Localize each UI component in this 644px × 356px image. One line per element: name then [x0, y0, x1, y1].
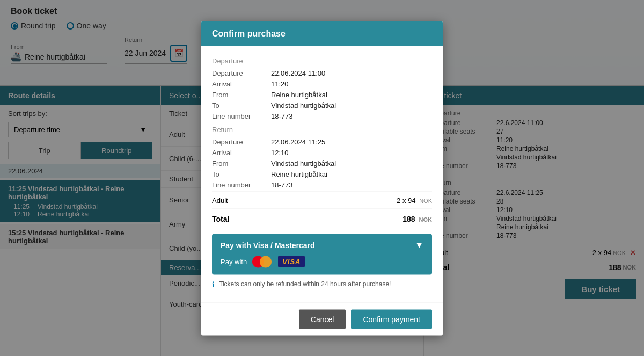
- modal-departure-title: Departure: [212, 56, 432, 64]
- modal-ret-departure-row: Departure 22.06.2024 11:25: [212, 137, 432, 146]
- cancel-button[interactable]: Cancel: [299, 309, 346, 329]
- refund-notice-text: Tickets can only be refunded within 24 h…: [219, 280, 391, 287]
- pay-chevron-down-icon[interactable]: ▼: [415, 240, 423, 250]
- modal-dep-line-label: Line number: [212, 112, 271, 120]
- pay-header-label: Pay with Visa / Mastercard: [221, 241, 315, 249]
- modal-total-label: Total: [212, 214, 229, 223]
- modal-adult-pricing: 2 x 94 NOK: [397, 196, 432, 204]
- modal-dep-to-row: To Vindstad hurtigbåtkai: [212, 101, 432, 109]
- modal-ret-departure-value: 22.06.2024 11:25: [271, 137, 325, 146]
- visa-icon: VISA: [278, 256, 305, 267]
- modal-ret-line-row: Line number 18-773: [212, 180, 432, 188]
- modal-dep-arrival-value: 11:20: [271, 79, 289, 88]
- modal-total-amount: 188: [402, 214, 415, 223]
- mc-circle-right: [260, 256, 272, 267]
- modal-dep-arrival-label: Arrival: [212, 79, 271, 88]
- modal-ret-arrival-label: Arrival: [212, 148, 271, 156]
- modal-dep-from-value: Reine hurtigbåtkai: [271, 90, 327, 98]
- modal-adult-row: Adult 2 x 94 NOK: [212, 191, 432, 209]
- refund-notice-row: ℹ Tickets can only be refunded within 24…: [212, 280, 432, 288]
- modal-dep-from-row: From Reine hurtigbåtkai: [212, 90, 432, 98]
- modal-dep-arrival-row: Arrival 11:20: [212, 79, 432, 88]
- modal-ret-to-value: Reine hurtigbåtkai: [271, 170, 327, 178]
- modal-footer: Cancel Confirm payment: [201, 302, 443, 335]
- confirm-payment-button[interactable]: Confirm payment: [351, 309, 432, 329]
- modal-dep-line-row: Line number 18-773: [212, 112, 432, 120]
- pay-with-label: Pay with: [221, 258, 247, 266]
- pay-header: Pay with Visa / Mastercard ▼: [221, 240, 423, 250]
- modal-ret-departure-label: Departure: [212, 137, 271, 146]
- modal-ret-line-label: Line number: [212, 180, 271, 188]
- modal-dep-line-value: 18-773: [271, 112, 292, 120]
- pay-section: Pay with Visa / Mastercard ▼ Pay with VI…: [212, 234, 432, 274]
- modal-header: Confirm purchase: [201, 21, 443, 46]
- modal-dep-departure-label: Departure: [212, 69, 271, 77]
- modal-dep-departure-row: Departure 22.06.2024 11:00: [212, 69, 432, 77]
- modal-total-value: 188 NOK: [402, 214, 432, 223]
- modal-dep-departure-value: 22.06.2024 11:00: [271, 69, 325, 77]
- mastercard-icon: [252, 255, 273, 268]
- modal-adult-label: Adult: [212, 196, 228, 204]
- modal-adult-price: 94: [408, 196, 415, 204]
- modal-total-row: Total 188 NOK: [212, 209, 432, 228]
- modal-adult-nok: NOK: [419, 197, 432, 204]
- pay-with-row: Pay with VISA: [221, 255, 423, 268]
- modal-ret-arrival-value: 12:10: [271, 148, 289, 156]
- modal-ret-from-value: Vindstad hurtigbåtkai: [271, 159, 336, 167]
- modal-dep-from-label: From: [212, 90, 271, 98]
- confirm-purchase-modal: Confirm purchase Departure Departure 22.…: [201, 21, 443, 335]
- modal-ret-line-value: 18-773: [271, 180, 292, 188]
- modal-dep-to-value: Vindstad hurtigbåtkai: [271, 101, 336, 109]
- modal-ret-to-label: To: [212, 170, 271, 178]
- modal-adult-qty: 2: [397, 196, 400, 204]
- modal-ret-from-label: From: [212, 159, 271, 167]
- info-icon: ℹ: [212, 280, 215, 288]
- modal-ret-from-row: From Vindstad hurtigbåtkai: [212, 159, 432, 167]
- modal-ret-arrival-row: Arrival 12:10: [212, 148, 432, 156]
- modal-total-nok: NOK: [419, 216, 432, 222]
- modal-return-title: Return: [212, 125, 432, 133]
- modal-dep-to-label: To: [212, 101, 271, 109]
- modal-body: Departure Departure 22.06.2024 11:00 Arr…: [201, 46, 443, 302]
- modal-adult-x: x: [402, 196, 408, 204]
- modal-ret-to-row: To Reine hurtigbåtkai: [212, 170, 432, 178]
